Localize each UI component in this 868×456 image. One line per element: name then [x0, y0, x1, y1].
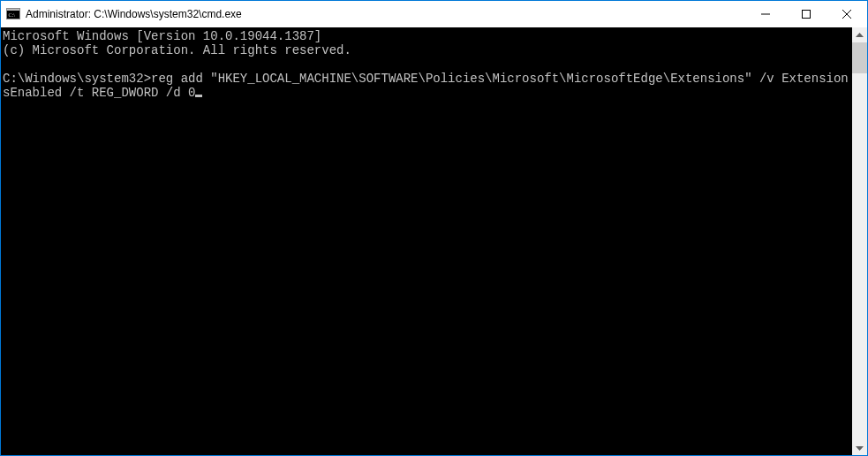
console-line-version: Microsoft Windows [Version 10.0.19044.13…	[3, 29, 321, 43]
minimize-button[interactable]	[745, 1, 786, 27]
console-line-copyright: (c) Microsoft Corporation. All rights re…	[3, 43, 351, 57]
console-area: Microsoft Windows [Version 10.0.19044.13…	[1, 27, 867, 455]
vertical-scrollbar[interactable]	[852, 27, 867, 455]
console-prompt-line: C:\Windows\system32>reg add "HKEY_LOCAL_…	[3, 72, 849, 100]
scrollbar-up-button[interactable]	[852, 27, 867, 42]
maximize-button[interactable]	[786, 1, 826, 27]
cmd-icon: C:\	[6, 7, 20, 21]
svg-text:C:\: C:\	[9, 12, 16, 18]
titlebar[interactable]: C:\ Administrator: C:\Windows\system32\c…	[1, 1, 867, 27]
cmd-window: C:\ Administrator: C:\Windows\system32\c…	[0, 0, 868, 456]
console-output[interactable]: Microsoft Windows [Version 10.0.19044.13…	[1, 27, 852, 455]
svg-rect-1	[7, 9, 19, 11]
close-button[interactable]	[826, 1, 867, 27]
window-controls	[745, 1, 867, 27]
svg-rect-4	[803, 11, 811, 19]
console-prompt: C:\Windows\system32>	[3, 72, 151, 86]
window-title: Administrator: C:\Windows\system32\cmd.e…	[26, 8, 745, 20]
scrollbar-thumb[interactable]	[852, 42, 867, 73]
cursor	[195, 95, 202, 97]
scrollbar-track[interactable]	[852, 42, 867, 440]
scrollbar-down-button[interactable]	[852, 440, 867, 455]
